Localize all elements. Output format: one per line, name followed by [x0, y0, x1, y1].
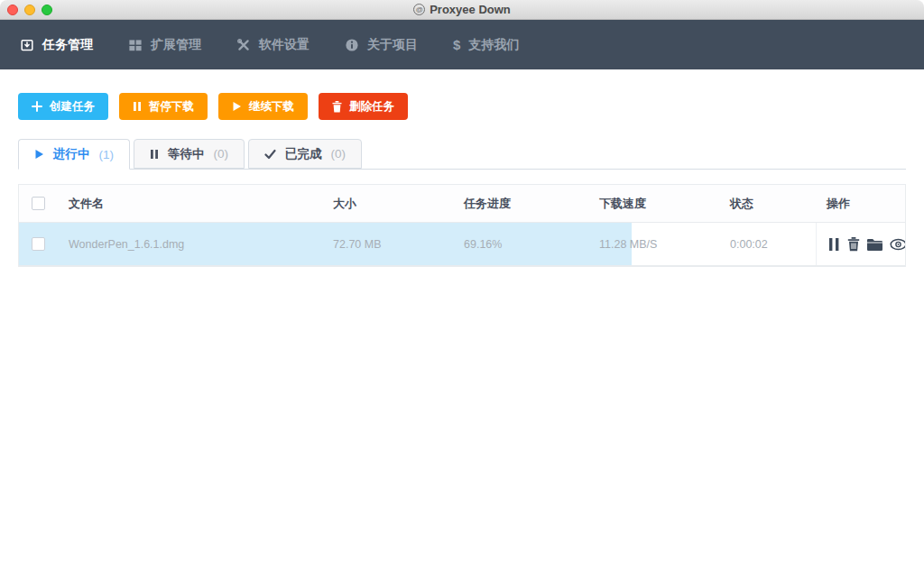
- app-window: @ Proxyee Down 任务管理 扩展: [0, 0, 924, 561]
- task-table: 文件名 大小 任务进度 下载速度 状态 操作 WonderPen_1.6.1.d…: [18, 184, 906, 267]
- row-filename: WonderPen_1.6.1.dmg: [57, 238, 317, 251]
- tab-count: (1): [99, 148, 115, 161]
- nav-label: 关于项目: [367, 37, 418, 53]
- plus-icon: [32, 101, 42, 112]
- table-row[interactable]: WonderPen_1.6.1.dmg 72.70 MB 69.16% 11.2…: [19, 223, 905, 266]
- pause-icon: [150, 149, 159, 160]
- header-speed: 下载速度: [583, 196, 714, 212]
- header-filename: 文件名: [57, 196, 317, 212]
- table-header-row: 文件名 大小 任务进度 下载速度 状态 操作: [19, 185, 905, 223]
- tasks-icon: [20, 38, 34, 52]
- header-size: 大小: [317, 196, 448, 212]
- play-icon: [232, 101, 242, 112]
- nav-label: 软件设置: [259, 37, 310, 53]
- nav-item-task-management[interactable]: 任务管理: [20, 37, 93, 53]
- tab-completed[interactable]: 已完成(0): [248, 139, 362, 169]
- donate-dollar-icon: $: [453, 38, 460, 51]
- select-all-checkbox[interactable]: [32, 197, 45, 210]
- header-actions: 操作: [816, 196, 905, 212]
- pause-download-button[interactable]: 暂停下载: [119, 93, 208, 120]
- check-icon: [264, 149, 276, 160]
- nav-label: 扩展管理: [151, 37, 201, 53]
- nav-item-extension-management[interactable]: 扩展管理: [128, 37, 201, 53]
- header-status: 状态: [714, 196, 816, 212]
- nav-label: 任务管理: [42, 37, 93, 53]
- tab-waiting[interactable]: 等待中(0): [134, 139, 245, 169]
- row-status: 0:00:02: [714, 238, 816, 251]
- delete-task-button[interactable]: 删除任务: [319, 93, 408, 120]
- tab-count: (0): [331, 147, 346, 161]
- app-logo-icon: @: [413, 4, 425, 15]
- tab-label: 等待中: [168, 146, 205, 162]
- nav-item-support-us[interactable]: $ 支持我们: [453, 37, 519, 53]
- row-speed: 11.28 MB/S: [583, 238, 714, 251]
- trash-icon: [332, 101, 342, 113]
- pause-task-icon[interactable]: [827, 237, 841, 252]
- tab-label: 进行中: [53, 146, 90, 162]
- button-label: 继续下载: [249, 99, 294, 115]
- window-title: Proxyee Down: [430, 3, 511, 16]
- pause-icon: [133, 101, 142, 112]
- delete-task-icon[interactable]: [847, 237, 860, 252]
- view-detail-eye-icon[interactable]: [890, 238, 905, 251]
- row-checkbox[interactable]: [32, 237, 45, 251]
- task-tabs: 进行中(1) 等待中(0) 已完成(0): [18, 139, 906, 170]
- nav-label: 支持我们: [468, 37, 519, 53]
- row-size: 72.70 MB: [317, 238, 448, 251]
- button-label: 创建任务: [50, 99, 95, 115]
- tab-running[interactable]: 进行中(1): [18, 139, 130, 170]
- tab-count: (0): [214, 147, 229, 161]
- button-label: 暂停下载: [149, 99, 194, 115]
- button-label: 删除任务: [349, 99, 394, 115]
- open-folder-icon[interactable]: [866, 237, 883, 252]
- titlebar: @ Proxyee Down: [0, 0, 924, 20]
- row-progress: 69.16%: [448, 238, 583, 251]
- create-task-button[interactable]: 创建任务: [18, 93, 108, 120]
- row-actions: [816, 223, 905, 265]
- main-nav: 任务管理 扩展管理 软件设置: [0, 20, 924, 69]
- about-info-icon: [345, 38, 359, 52]
- nav-item-about-project[interactable]: 关于项目: [345, 37, 418, 53]
- settings-icon: [236, 38, 251, 52]
- task-toolbar: 创建任务 暂停下载 继续下载: [18, 93, 906, 120]
- window-title-area: @ Proxyee Down: [0, 3, 924, 16]
- play-icon: [34, 149, 44, 160]
- resume-download-button[interactable]: 继续下载: [218, 93, 308, 120]
- header-progress: 任务进度: [448, 196, 583, 212]
- tab-label: 已完成: [285, 146, 322, 162]
- nav-item-software-settings[interactable]: 软件设置: [236, 37, 310, 53]
- extensions-icon: [128, 38, 143, 52]
